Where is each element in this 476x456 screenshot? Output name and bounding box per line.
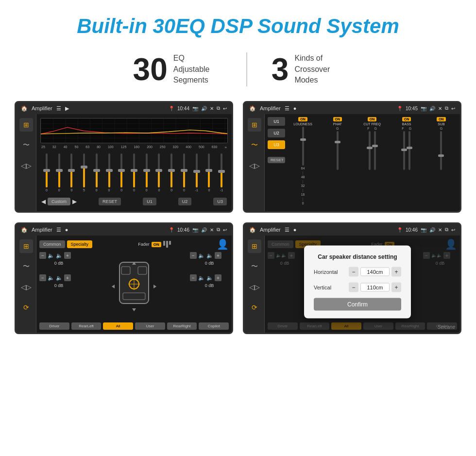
db-fr-minus[interactable]: − [190,252,197,259]
eq-slider-10[interactable]: 0 [165,153,178,192]
back-icon-4[interactable]: ↩ [451,227,455,233]
eq-custom-btn[interactable]: Custom [48,198,70,205]
eq-slider-7[interactable]: 0 [128,153,140,192]
specialty-mode-btn[interactable]: Specialty [67,240,93,248]
eq-u3-btn[interactable]: U3 [213,198,227,205]
menu-icon-1[interactable]: ☰ [56,105,61,112]
menu-icon-4[interactable]: ☰ [285,227,289,233]
eq-slider-4[interactable]: 0 [90,153,103,192]
preset-u2[interactable]: U2 [268,129,285,137]
sidebar-wave-icon[interactable]: 〜 [19,138,33,152]
fader-on-badge[interactable]: ON [152,242,161,247]
loudness-slider[interactable] [302,127,304,166]
home-icon-4[interactable]: 🏠 [249,227,256,233]
eq-nav-arrows[interactable]: ◀ Custom ▶ [41,198,77,205]
user-btn[interactable]: User [135,322,165,330]
sidebar2-eq-icon[interactable]: ⊞ [248,118,261,132]
camera-icon-4[interactable]: 📷 [421,227,426,233]
db-rr-minus[interactable]: − [190,274,197,281]
prev-arrow[interactable]: ◀ [41,198,46,205]
horizontal-minus-btn[interactable]: − [349,267,358,277]
volume-icon-2[interactable]: 🔊 [429,106,435,111]
sidebar-eq-icon[interactable]: ⊞ [19,118,33,132]
eq-slider-11[interactable]: 0 [178,153,190,192]
back-icon-3[interactable]: ↩ [223,227,227,233]
sidebar3-wave-icon[interactable]: 〜 [19,260,33,273]
crossover-reset-btn[interactable]: RESET [268,157,285,163]
eq-slider-3[interactable]: 5 [78,153,90,192]
sidebar4-bt-icon[interactable]: ⟳ [248,301,261,314]
driver-btn[interactable]: Driver [39,322,69,330]
camera-icon-1[interactable]: 📷 [192,106,198,111]
play-icon-1[interactable]: ▶ [65,105,69,112]
eq-slider-8[interactable]: 0 [140,153,153,192]
close-icon-4[interactable]: ✕ [438,227,442,233]
sub-slider[interactable] [440,131,442,170]
sidebar2-vol-icon[interactable]: ◁▷ [248,159,261,172]
back-icon-2[interactable]: ↩ [451,106,455,111]
sidebar-vol-icon[interactable]: ◁▷ [19,159,33,172]
db-rl-plus[interactable]: + [64,274,71,281]
window-icon-1[interactable]: ⧉ [217,105,220,111]
copilot-btn[interactable]: Copilot [199,322,229,330]
eq-slider-5[interactable]: 0 [103,153,116,192]
home-icon-3[interactable]: 🏠 [21,227,28,233]
db-rr-plus[interactable]: + [215,274,221,281]
volume-icon-1[interactable]: 🔊 [201,106,207,111]
window-icon-4[interactable]: ⧉ [445,227,448,233]
rearright-btn[interactable]: RearRight [167,322,197,330]
home-icon-1[interactable]: 🏠 [21,105,28,112]
next-arrow[interactable]: ▶ [72,198,77,205]
cutfreq-on-badge[interactable]: ON [368,117,377,121]
sub-on-badge[interactable]: ON [437,117,446,121]
eq-slider-13[interactable]: 0 [203,153,216,192]
db-rl-minus[interactable]: − [39,274,46,281]
db-fl-plus[interactable]: + [64,252,71,259]
preset-u1[interactable]: U1 [268,117,285,126]
window-icon-2[interactable]: ⧉ [445,105,448,111]
bass-f-slider[interactable] [403,131,405,170]
eq-u1-btn[interactable]: U1 [143,198,156,205]
volume-icon-3[interactable]: 🔊 [201,227,207,233]
eq-slider-12[interactable]: -1 [190,153,203,192]
vertical-minus-btn[interactable]: − [349,283,358,292]
sidebar3-eq-icon[interactable]: ⊞ [19,239,33,253]
eq-u2-btn[interactable]: U2 [178,198,192,205]
all-btn[interactable]: All [103,322,133,330]
cutfreq-g-slider[interactable] [374,131,376,170]
close-icon-1[interactable]: ✕ [210,106,214,111]
db-fr-plus[interactable]: + [215,252,221,259]
eq-reset-btn[interactable]: RESET [99,198,121,205]
cutfreq-f-slider[interactable] [369,131,371,170]
db-fl-minus[interactable]: − [39,252,46,259]
camera-icon-2[interactable]: 📷 [421,106,426,111]
home-icon-2[interactable]: 🏠 [249,105,256,112]
horizontal-plus-btn[interactable]: + [391,267,401,277]
eq-slider-0[interactable]: 0 [40,153,53,192]
eq-slider-9[interactable]: 0 [153,153,166,192]
bass-on-badge[interactable]: ON [402,117,411,121]
close-icon-2[interactable]: ✕ [438,106,442,111]
menu-icon-3[interactable]: ☰ [56,227,61,233]
eq-slider-6[interactable]: 0 [115,153,128,192]
volume-icon-4[interactable]: 🔊 [429,227,435,233]
sidebar4-vol-icon[interactable]: ◁▷ [248,280,261,294]
sidebar3-vol-icon[interactable]: ◁▷ [19,280,33,294]
phat-slider[interactable] [337,131,339,170]
sidebar4-wave-icon[interactable]: 〜 [248,260,261,273]
vertical-plus-btn[interactable]: + [391,283,401,292]
phat-on-badge[interactable]: ON [333,117,342,121]
eq-slider-1[interactable]: 0 [53,153,66,192]
sidebar3-bt-icon[interactable]: ⟳ [19,301,33,314]
back-icon-1[interactable]: ↩ [223,106,227,111]
eq-slider-14[interactable]: -1 [215,153,228,192]
window-icon-3[interactable]: ⧉ [217,227,220,233]
close-icon-3[interactable]: ✕ [210,227,214,233]
bass-g-slider[interactable] [408,131,410,170]
loudness-on-badge[interactable]: ON [298,117,307,121]
common-mode-btn[interactable]: Common [39,240,65,248]
menu-icon-2[interactable]: ☰ [285,105,289,112]
camera-icon-3[interactable]: 📷 [192,227,198,233]
sidebar4-eq-icon[interactable]: ⊞ [248,239,261,253]
rearleft-btn[interactable]: RearLeft [71,322,102,330]
